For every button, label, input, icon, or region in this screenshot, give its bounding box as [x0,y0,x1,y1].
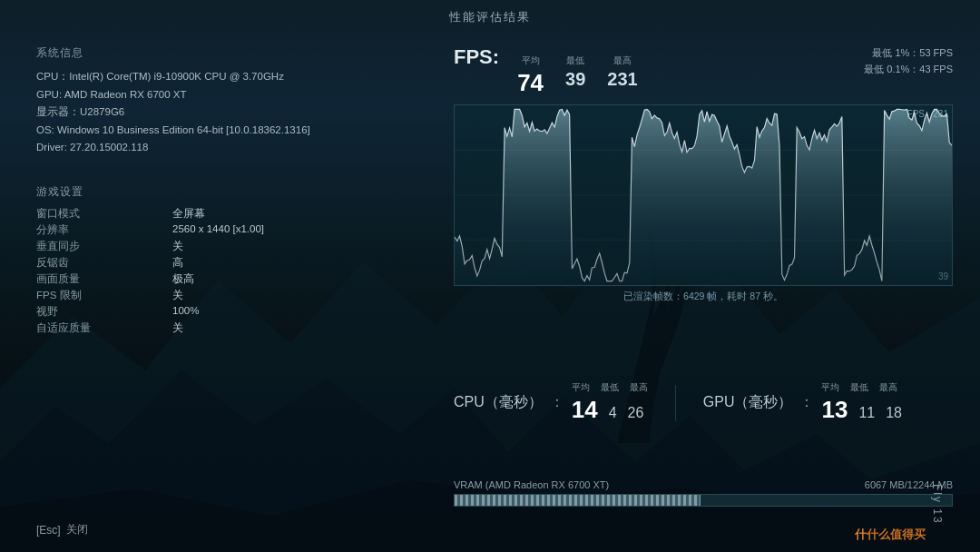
fps-max-group: 最高 231 [607,54,637,90]
gpu-ms-values: 平均 最低 最高 13 11 18 [821,381,902,424]
fps-label: FPS: [454,45,499,69]
gpu-max: 18 [886,405,902,421]
system-info-section: 系统信息 CPU：Intel(R) Core(TM) i9-10900K CPU… [36,45,417,157]
gpu-ms-sublabels: 平均 最低 最高 [821,381,902,394]
system-info-label: 系统信息 [36,45,417,61]
pct01-line: 最低 0.1%：43 FPS [864,62,953,78]
setting-key: 反锯齿 [36,256,163,270]
setting-value: 关 [172,321,354,335]
fly13-text: Fly 13 [931,484,944,525]
gpu-ms-colon: ： [799,393,814,412]
cpu-info: CPU：Intel(R) Core(TM) i9-10900K CPU @ 3.… [36,68,417,86]
fps-min-value: 39 [565,69,585,89]
gpu-info: GPU: AMD Radeon RX 6700 XT [36,86,417,104]
cpu-ms-section: CPU（毫秒） ： 平均 最低 最高 14 4 26 [454,381,648,424]
fps-min-group: 最低 39 [565,54,585,90]
cpu-max: 26 [628,405,644,421]
setting-value: 2560 x 1440 [x1.00] [172,223,354,237]
cpu-ms-nums: 14 4 26 [572,396,648,424]
gpu-ms-nums: 13 11 18 [821,396,902,424]
setting-key: 画面质量 [36,272,163,286]
vram-bar-inner [455,495,701,506]
gpu-ms-label: GPU（毫秒） [703,393,793,412]
cpu-ms-sublabels: 平均 最低 最高 [572,381,648,394]
fps-avg-label: 平均 [517,54,544,67]
cpu-min: 4 [609,405,617,421]
cpu-ms-values: 平均 最低 最高 14 4 26 [572,381,648,424]
game-settings-section: 游戏设置 窗口模式全屏幕分辨率2560 x 1440 [x1.00]垂直同步关反… [36,184,417,335]
close-button[interactable]: [Esc] 关闭 [36,522,88,537]
gpu-ms-section: GPU（毫秒） ： 平均 最低 最高 13 11 18 [703,381,902,424]
fps-max-label: 最高 [607,54,637,67]
setting-value: 关 [172,289,354,302]
vram-header: VRAM (AMD Radeon RX 6700 XT) 6067 MB/122… [454,479,953,490]
vram-section: VRAM (AMD Radeon RX 6700 XT) 6067 MB/122… [454,479,953,507]
close-label: 关闭 [66,522,88,537]
display-info: 显示器：U2879G6 [36,104,417,122]
setting-value: 100% [172,305,354,319]
setting-key: 垂直同步 [36,240,163,253]
setting-value: 全屏幕 [172,207,354,221]
watermark: 什什么值得买 [855,527,926,543]
page-title: 性能评估结果 [0,9,980,25]
cpu-avg: 14 [572,396,598,424]
setting-key: 视野 [36,305,163,319]
game-settings-label: 游戏设置 [36,184,417,200]
vram-bar-outer [454,494,953,507]
left-panel: 系统信息 CPU：Intel(R) Core(TM) i9-10900K CPU… [36,45,417,335]
right-panel: FPS: 平均 74 最低 39 最高 231 最低 1%：53 FPS [454,45,953,303]
cpu-ms-label: CPU（毫秒） [454,393,543,412]
metrics-separator [675,385,676,421]
cpu-ms-colon: ： [550,393,564,412]
setting-value: 关 [172,240,354,253]
gpu-min: 11 [858,405,875,421]
driver-info: Driver: 27.20.15002.118 [36,139,417,157]
fps-percentiles: 最低 1%：53 FPS 最低 0.1%：43 FPS [864,45,953,77]
graph-caption: 已渲染帧数：6429 帧，耗时 87 秒。 [454,291,953,303]
vram-label: VRAM (AMD Radeon RX 6700 XT) [454,479,609,490]
setting-key: 自适应质量 [36,321,163,335]
fps-row: FPS: 平均 74 最低 39 最高 231 最低 1%：53 FPS [454,45,953,97]
fps-graph-svg [455,105,952,285]
fps-graph-container: FPS 231 39 [454,104,953,286]
fps-avg-value: 74 [517,69,544,96]
fps-max-value: 231 [607,69,637,89]
setting-key: 窗口模式 [36,207,163,221]
setting-value: 高 [172,256,354,270]
gpu-avg: 13 [821,396,848,424]
setting-key: 分辨率 [36,223,163,237]
setting-value: 极高 [172,272,354,286]
bottom-metrics: CPU（毫秒） ： 平均 最低 最高 14 4 26 GPU（毫秒） ： 平均 … [454,381,953,424]
watermark-icon: 什 [855,527,867,541]
fps-stats: 平均 74 最低 39 最高 231 [517,54,638,97]
settings-table: 窗口模式全屏幕分辨率2560 x 1440 [x1.00]垂直同步关反锯齿高画面… [36,207,417,335]
os-info: OS: Windows 10 Business Edition 64-bit [… [36,122,417,140]
fps-min-label: 最低 [565,54,585,67]
pct1-line: 最低 1%：53 FPS [864,45,953,62]
close-key: [Esc] [36,524,61,537]
fps-avg-group: 平均 74 [517,54,544,97]
setting-key: FPS 限制 [36,289,163,302]
